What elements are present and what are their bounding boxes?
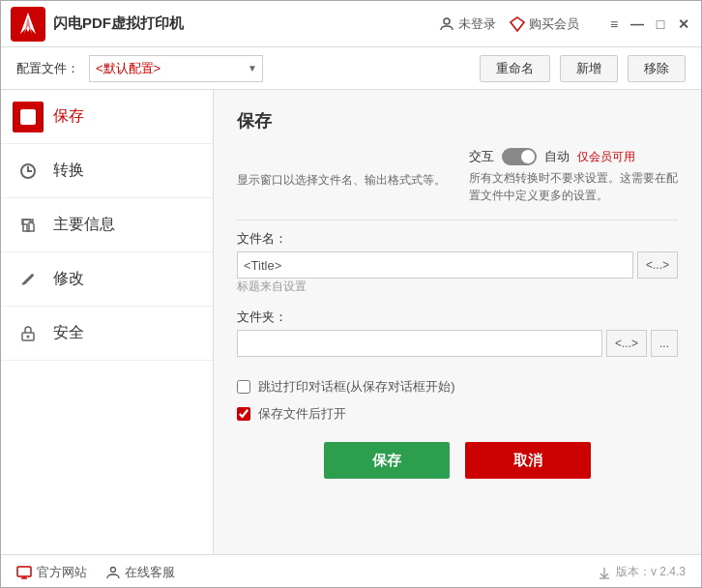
edit-icon [13, 264, 44, 295]
rename-button[interactable]: 重命名 [480, 55, 550, 82]
toggle-auto-label: 自动 [544, 148, 570, 165]
toggle-right-desc: 所有文档转换时不要求设置。这需要在配置文件中定义更多的设置。 [469, 169, 678, 204]
user-icon [439, 16, 454, 32]
sidebar-item-convert[interactable]: 转换 [1, 144, 213, 198]
svg-rect-11 [17, 567, 31, 576]
sidebar-item-info-label: 主要信息 [53, 215, 115, 235]
toggle-label: 交互 [469, 148, 494, 165]
main-layout: 保存 转换 主要信息 [1, 90, 701, 554]
toggle-knob [521, 150, 535, 163]
checkbox-open[interactable] [237, 407, 250, 421]
filename-browse-button[interactable]: <...> [637, 251, 678, 279]
sidebar-item-edit[interactable]: 修改 [1, 252, 213, 307]
remove-button[interactable]: 移除 [628, 55, 686, 82]
info-icon [13, 210, 44, 241]
svg-point-3 [444, 18, 450, 24]
support-link[interactable]: 在线客服 [106, 564, 175, 581]
filename-hint: 标题来自设置 [237, 279, 678, 295]
app-title: 闪电PDF虚拟打印机 [53, 15, 439, 33]
sidebar-item-convert-label: 转换 [53, 161, 84, 181]
close-button[interactable]: ✕ [676, 16, 691, 32]
download-icon [598, 566, 611, 579]
folder-input-row: <...> ... [237, 330, 678, 357]
svg-marker-4 [511, 17, 524, 31]
convert-icon [13, 156, 44, 187]
action-row: 保存 取消 [237, 442, 678, 479]
config-label: 配置文件： [16, 60, 79, 77]
cancel-button[interactable]: 取消 [465, 442, 591, 479]
login-button[interactable]: 未登录 [439, 15, 496, 33]
filename-input-row: <...> [237, 251, 678, 279]
toggle-control: 交互 自动 仅会员可用 [469, 148, 678, 165]
checkbox-skip[interactable] [237, 380, 250, 394]
buy-button[interactable]: 购买会员 [510, 15, 579, 33]
checkbox-skip-label: 跳过打印对话框(从保存对话框开始) [258, 378, 455, 396]
sidebar-item-edit-label: 修改 [53, 269, 84, 289]
sidebar: 保存 转换 主要信息 [1, 90, 214, 554]
version-info: 版本：v 2.4.3 [598, 564, 686, 580]
title-bar: 闪电PDF虚拟打印机 未登录 购买会员 ≡ — □ ✕ [1, 1, 701, 47]
config-bar: 配置文件： <默认配置> ▼ 重命名 新增 移除 [1, 47, 701, 90]
toggle-switch[interactable] [502, 148, 537, 165]
toggle-left: 显示窗口以选择文件名、输出格式式等。 [237, 148, 446, 189]
folder-label: 文件夹： [237, 309, 678, 326]
folder-input[interactable] [237, 330, 602, 357]
website-link[interactable]: 官方网站 [16, 564, 87, 581]
monitor-icon [16, 566, 32, 579]
content-area: 保存 显示窗口以选择文件名、输出格式式等。 交互 自动 仅会员可用 所有文档转换… [214, 90, 701, 554]
svg-point-14 [111, 567, 116, 572]
folder-field: 文件夹： <...> ... [237, 309, 678, 357]
footer: 官方网站 在线客服 版本：v 2.4.3 [1, 554, 701, 588]
filename-input[interactable] [237, 251, 633, 279]
filename-field: 文件名： <...> 标题来自设置 [237, 230, 678, 295]
toggle-left-desc: 显示窗口以选择文件名、输出格式式等。 [237, 171, 446, 189]
toggle-right: 交互 自动 仅会员可用 所有文档转换时不要求设置。这需要在配置文件中定义更多的设… [469, 148, 678, 204]
lock-icon [13, 318, 44, 349]
checkbox-open-label: 保存文件后打开 [258, 405, 346, 423]
minimize-button[interactable]: — [629, 16, 645, 32]
sidebar-item-save-label: 保存 [53, 106, 84, 127]
maximize-button[interactable]: □ [653, 16, 668, 32]
sidebar-item-save[interactable]: 保存 [1, 90, 213, 144]
sidebar-item-info[interactable]: 主要信息 [1, 198, 213, 252]
filename-label: 文件名： [237, 230, 678, 248]
svg-marker-8 [22, 220, 34, 231]
config-select[interactable]: <默认配置> [89, 55, 263, 82]
content-title: 保存 [237, 109, 678, 132]
sidebar-item-security[interactable]: 安全 [1, 307, 213, 361]
app-logo [11, 7, 45, 42]
checkbox-skip-row: 跳过打印对话框(从保存对话框开始) [237, 378, 678, 396]
config-select-wrapper: <默认配置> ▼ [89, 55, 263, 82]
diamond-icon [510, 16, 525, 32]
checkbox-open-row: 保存文件后打开 [237, 405, 678, 423]
add-button[interactable]: 新增 [560, 55, 618, 82]
save-button[interactable]: 保存 [324, 442, 450, 479]
folder-browse-button[interactable]: <...> [606, 330, 647, 357]
version-text: 版本：v 2.4.3 [616, 564, 686, 580]
window-controls: ≡ — □ ✕ [606, 16, 691, 32]
title-bar-actions: 未登录 购买会员 ≡ — □ ✕ [439, 15, 691, 33]
sidebar-item-security-label: 安全 [53, 323, 84, 343]
toggle-vip-label: 仅会员可用 [577, 149, 635, 165]
svg-point-10 [27, 335, 30, 338]
folder-dots-button[interactable]: ... [651, 330, 678, 357]
person-icon [106, 566, 120, 579]
menu-button[interactable]: ≡ [606, 16, 622, 32]
toggle-row: 显示窗口以选择文件名、输出格式式等。 交互 自动 仅会员可用 所有文档转换时不要… [237, 148, 678, 204]
divider-1 [237, 220, 678, 220]
save-icon [13, 102, 44, 132]
